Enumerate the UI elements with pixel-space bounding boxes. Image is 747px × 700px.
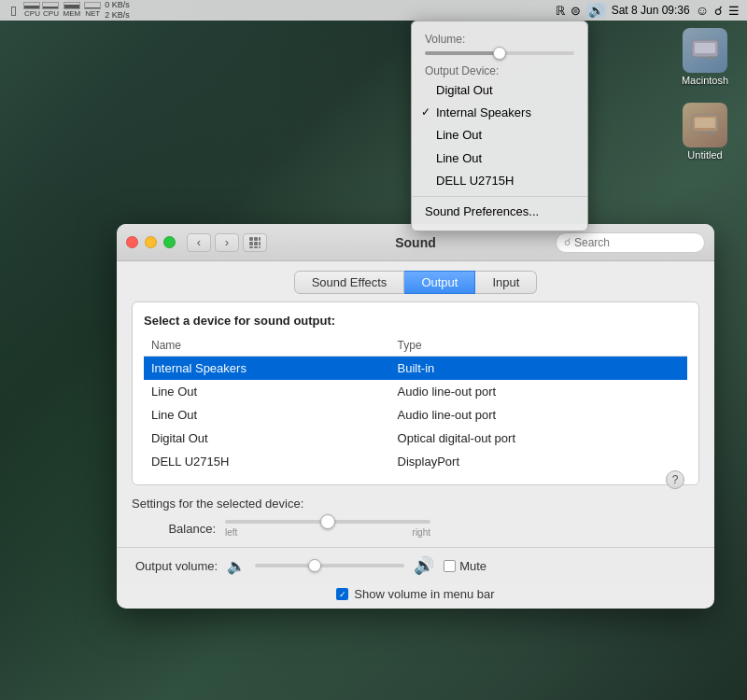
device-name: DELL U2715H bbox=[144, 450, 390, 473]
volume-slider-track[interactable] bbox=[425, 51, 574, 55]
search-input[interactable] bbox=[574, 236, 697, 249]
desktop:  CPU CPU MEM bbox=[0, 0, 747, 700]
volume-slider-thumb[interactable] bbox=[308, 559, 321, 572]
net-label: 0 KB/s 2 KB/s bbox=[105, 0, 130, 21]
sound-window: ‹ › Sound ☌ bbox=[117, 224, 714, 609]
table-row[interactable]: Line Out Audio line-out port bbox=[144, 380, 687, 403]
table-row[interactable]: DELL U2715H DisplayPort bbox=[144, 450, 687, 473]
svg-rect-11 bbox=[259, 242, 261, 245]
settings-title: Settings for the selected device: bbox=[132, 497, 699, 511]
col-type-header: Type bbox=[390, 335, 687, 357]
settings-section: Settings for the selected device: Balanc… bbox=[132, 497, 699, 538]
svg-rect-9 bbox=[249, 242, 253, 245]
apple-menu[interactable]:  bbox=[7, 0, 20, 21]
volume-label: Volume: bbox=[425, 33, 574, 46]
volume-high-icon: 🔊 bbox=[414, 555, 434, 576]
svg-rect-8 bbox=[259, 237, 261, 241]
desktop-icon-untitled[interactable]: Untitled bbox=[672, 103, 738, 161]
hdd2-icon bbox=[683, 103, 727, 147]
back-button[interactable]: ‹ bbox=[187, 233, 211, 252]
tabs-bar: Sound Effects Output Input bbox=[117, 261, 714, 301]
dropdown-item-line-out-1[interactable]: Line Out bbox=[412, 124, 587, 147]
output-volume-label: Output volume: bbox=[135, 559, 218, 573]
device-type: Audio line-out port bbox=[390, 403, 687, 427]
search-box[interactable]: ☌ bbox=[556, 232, 705, 253]
minimize-button[interactable] bbox=[145, 236, 157, 248]
svg-rect-14 bbox=[259, 246, 261, 248]
svg-rect-10 bbox=[254, 242, 258, 245]
untitled-label: Untitled bbox=[687, 149, 722, 161]
net-stats: NET bbox=[84, 2, 101, 19]
mem-stats: MEM bbox=[63, 2, 80, 19]
maximize-button[interactable] bbox=[163, 236, 176, 248]
macintosh-label: Macintosh bbox=[682, 75, 728, 86]
search-icon: ☌ bbox=[564, 236, 571, 248]
table-row[interactable]: Line Out Audio line-out port bbox=[144, 403, 687, 427]
output-device-label: Output Device: bbox=[412, 61, 587, 79]
volume-slider-thumb[interactable] bbox=[493, 47, 506, 60]
balance-slider-thumb[interactable] bbox=[320, 514, 335, 529]
col-name-header: Name bbox=[144, 335, 390, 357]
wifi-icon[interactable]: ⊜ bbox=[571, 4, 581, 18]
dropdown-divider bbox=[412, 196, 587, 197]
svg-point-2 bbox=[710, 56, 713, 60]
svg-rect-4 bbox=[695, 118, 715, 128]
close-button[interactable] bbox=[126, 236, 138, 248]
device-type: Optical digital-out port bbox=[390, 427, 687, 450]
balance-track-wrap: left right bbox=[225, 520, 430, 538]
volume-dropdown: Volume: Output Device: Digital Out Inter… bbox=[411, 21, 588, 231]
dropdown-item-line-out-2[interactable]: Line Out bbox=[412, 147, 587, 170]
balance-left-label: left bbox=[225, 527, 237, 538]
search-menubar-icon[interactable]: ☌ bbox=[714, 4, 723, 18]
volume-low-icon: 🔈 bbox=[227, 557, 246, 575]
device-name: Line Out bbox=[144, 403, 390, 427]
menubar-left:  CPU CPU MEM bbox=[7, 0, 130, 21]
device-type: DisplayPort bbox=[390, 450, 687, 473]
svg-rect-1 bbox=[695, 43, 715, 53]
show-volume-checkbox[interactable]: ✓ bbox=[336, 588, 348, 600]
show-volume-row[interactable]: ✓ Show volume in menu bar bbox=[117, 583, 714, 609]
user-icon[interactable]: ☺ bbox=[696, 3, 709, 18]
notification-icon[interactable]: ☰ bbox=[728, 4, 740, 18]
forward-button[interactable]: › bbox=[215, 233, 239, 252]
traffic-lights bbox=[126, 236, 176, 248]
device-type: Audio line-out port bbox=[390, 380, 687, 403]
dropdown-item-dell[interactable]: DELL U2715H bbox=[412, 170, 587, 192]
show-volume-label: Show volume in menu bar bbox=[354, 587, 494, 601]
tab-sound-effects[interactable]: Sound Effects bbox=[294, 271, 405, 294]
menubar-right: ℝ ⊜ 🔊 Sat 8 Jun 09:36 ☺ ☌ ☰ bbox=[556, 3, 740, 18]
window-title: Sound bbox=[395, 235, 436, 250]
volume-icon[interactable]: 🔊 bbox=[586, 3, 606, 18]
table-row[interactable]: Internal Speakers Built-in bbox=[144, 357, 687, 381]
mute-checkbox[interactable] bbox=[444, 560, 456, 572]
menubar:  CPU CPU MEM bbox=[0, 0, 747, 21]
desktop-icon-macintosh[interactable]: Macintosh bbox=[672, 28, 738, 86]
device-type: Built-in bbox=[390, 357, 687, 381]
balance-label: Balance: bbox=[141, 522, 216, 536]
help-button[interactable]: ? bbox=[666, 470, 684, 489]
window-content: Sound Effects Output Input Select a devi… bbox=[117, 261, 714, 609]
tab-input[interactable]: Input bbox=[475, 271, 537, 294]
bottom-bar: Output volume: 🔈 🔊 Mute bbox=[117, 547, 714, 583]
device-name: Line Out bbox=[144, 380, 390, 403]
svg-point-5 bbox=[710, 131, 713, 134]
balance-slider-track[interactable] bbox=[225, 520, 430, 524]
bluetooth-icon[interactable]: ℝ bbox=[556, 4, 565, 18]
mute-checkbox-row[interactable]: Mute bbox=[444, 559, 486, 573]
hdd-icon bbox=[683, 28, 727, 73]
nav-buttons: ‹ › bbox=[187, 233, 239, 252]
dropdown-item-digital-out[interactable]: Digital Out bbox=[412, 79, 587, 102]
balance-right-label: right bbox=[413, 527, 430, 538]
cpu-stats: CPU CPU bbox=[23, 2, 59, 19]
svg-rect-13 bbox=[254, 246, 258, 248]
grid-button[interactable] bbox=[243, 233, 267, 252]
svg-rect-12 bbox=[249, 246, 253, 248]
volume-row: Volume: bbox=[412, 29, 587, 61]
device-name: Internal Speakers bbox=[144, 357, 390, 381]
dropdown-item-preferences[interactable]: Sound Preferences... bbox=[412, 201, 587, 223]
tab-output[interactable]: Output bbox=[404, 271, 475, 294]
dropdown-item-internal-speakers[interactable]: Internal Speakers bbox=[412, 102, 587, 124]
volume-slider-track[interactable] bbox=[255, 564, 404, 567]
mute-label-text: Mute bbox=[459, 559, 486, 573]
table-row[interactable]: Digital Out Optical digital-out port bbox=[144, 427, 687, 450]
